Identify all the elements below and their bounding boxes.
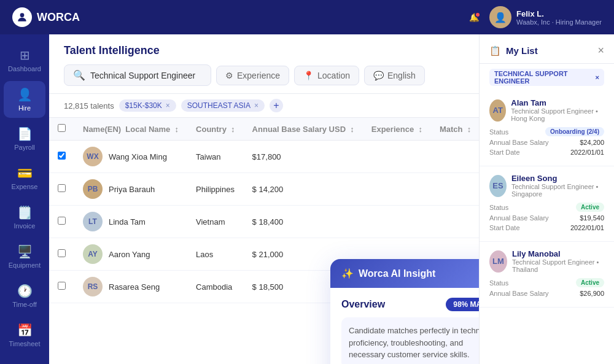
rp-avatar: LM xyxy=(489,250,507,273)
avatar-initials: PB xyxy=(88,185,98,193)
sidebar-label-invoice: Invoice xyxy=(14,222,36,230)
rp-date-row: Start Date 2022/01/01 xyxy=(489,149,604,156)
rp-salary-value: $24,200 xyxy=(580,139,604,146)
add-tag-button[interactable]: + xyxy=(270,99,283,112)
row-experience xyxy=(363,173,431,206)
payroll-icon: 📄 xyxy=(17,126,33,141)
talent-count: 12,815 talents xyxy=(64,101,114,110)
hire-icon: 👤 xyxy=(17,87,33,102)
row-checkbox-cell xyxy=(49,206,74,238)
avatar-cell: AY Aaron Yang xyxy=(83,244,179,264)
select-all-checkbox[interactable] xyxy=(58,124,66,132)
english-filter-label: English xyxy=(387,71,416,80)
rp-salary-label: Annual Base Salary xyxy=(489,139,549,146)
salary-tag-label: $15K-$30K xyxy=(125,101,162,110)
sidebar-label-timesheet: Timesheet xyxy=(9,340,41,347)
logo-text: WORCA xyxy=(37,11,80,24)
experience-filter-label: Experience xyxy=(237,71,280,80)
row-salary: $17,800 xyxy=(244,141,363,173)
language-icon: 💬 xyxy=(373,71,384,80)
experience-filter-button[interactable]: ⚙ Experience xyxy=(216,66,289,85)
avatar-initials: RS xyxy=(88,282,98,291)
rp-status-label: Status xyxy=(489,279,508,287)
rp-person-header: ES Eileen Song Technical Support Enginee… xyxy=(489,174,604,198)
sidebar-label-timeoff: Time-off xyxy=(12,301,37,308)
row-checkbox-1[interactable] xyxy=(58,184,66,192)
row-name: Linda Tam xyxy=(109,217,146,227)
rp-avatar: ES xyxy=(489,175,507,197)
rp-salary-value: $19,540 xyxy=(580,214,604,222)
row-checkbox-2[interactable] xyxy=(58,217,66,225)
avatar-initials: WX xyxy=(87,152,98,161)
sidebar-item-payroll[interactable]: 📄 Payroll xyxy=(4,120,45,157)
salary-tag[interactable]: $15K-$30K × xyxy=(119,99,176,112)
tags-row: 12,815 talents $15K-$30K × SOUTHEAST ASI… xyxy=(49,94,479,118)
row-avatar: RS xyxy=(83,277,103,296)
row-match xyxy=(431,141,479,173)
notification-button[interactable]: 🔔 xyxy=(469,13,480,22)
main-layout: ⊞ Dashboard 👤 Hire 📄 Payroll 💳 Expense 🗒… xyxy=(0,34,614,364)
rp-salary-label: Annual Base Salary xyxy=(489,214,549,222)
search-input[interactable] xyxy=(90,71,202,80)
match-badge: 98% MATCH xyxy=(446,298,479,311)
row-salary: $ 18,400 xyxy=(244,206,363,238)
rp-avatar: AT xyxy=(489,99,506,122)
location-filter-button[interactable]: 📍 Location xyxy=(294,66,359,85)
row-checkbox-cell xyxy=(49,173,74,206)
rp-status-badge: Active xyxy=(576,203,604,212)
col-name: Name(EN) Local Name ↕ xyxy=(74,118,187,141)
dashboard-icon: ⊞ xyxy=(20,48,30,63)
col-country: Country ↕ xyxy=(187,118,244,141)
content-area: Talent Intelligence 🔍 ⚙ Experience 📍 Loc… xyxy=(49,34,614,364)
top-nav: WORCA 🔔 👤 Felix L. Waabx, Inc · Hiring M… xyxy=(0,0,614,34)
rp-status-row: Status Active xyxy=(489,278,604,287)
sidebar-item-timeoff[interactable]: 🕐 Time-off xyxy=(4,277,45,314)
row-name-cell: LT Linda Tam xyxy=(74,206,187,238)
main-panel: Talent Intelligence 🔍 ⚙ Experience 📍 Loc… xyxy=(49,34,479,364)
ai-sparkle-icon: ✨ xyxy=(341,268,354,279)
my-list-panel: 📋 My List × TECHNICAL SUPPORT ENGINEER ×… xyxy=(479,34,614,364)
sidebar-item-timesheet[interactable]: 📅 Timesheet xyxy=(4,317,45,354)
sliders-icon: ⚙ xyxy=(225,71,233,80)
avatar-cell: RS Rasarea Seng xyxy=(83,277,179,296)
my-list-header: 📋 My List × xyxy=(480,34,614,64)
user-name: Felix L. xyxy=(516,9,602,18)
svg-point-0 xyxy=(20,13,25,17)
row-country: Philippines xyxy=(187,173,244,206)
sidebar-label-equipment: Equipment xyxy=(9,261,41,269)
sidebar: ⊞ Dashboard 👤 Hire 📄 Payroll 💳 Expense 🗒… xyxy=(0,34,49,364)
search-input-wrap: 🔍 xyxy=(64,64,211,86)
row-name: Priya Barauh xyxy=(109,185,155,194)
rp-person-info: Lily Manobal Technical Support Engineer … xyxy=(512,249,604,273)
row-checkbox-3[interactable] xyxy=(58,249,66,257)
candidates-table-wrap: Name(EN) Local Name ↕ Country ↕ Annual B… xyxy=(49,118,479,364)
my-list-title: 📋 My List xyxy=(489,45,538,56)
sidebar-item-expense[interactable]: 💳 Expense xyxy=(4,160,45,196)
row-checkbox-cell xyxy=(49,238,74,271)
english-filter-button[interactable]: 💬 English xyxy=(364,66,425,85)
row-checkbox-4[interactable] xyxy=(58,282,66,290)
expense-icon: 💳 xyxy=(17,166,33,180)
sidebar-item-dashboard[interactable]: ⊞ Dashboard xyxy=(4,42,45,79)
sidebar-item-equipment[interactable]: 🖥️ Equipment xyxy=(4,238,45,275)
list-icon: 📋 xyxy=(489,45,501,56)
row-name: Wang Xioa Ming xyxy=(109,152,167,161)
row-checkbox-0[interactable] xyxy=(58,152,66,160)
sidebar-item-hire[interactable]: 👤 Hire xyxy=(4,81,45,118)
filter-tag-close[interactable]: × xyxy=(596,74,599,81)
my-list-close-button[interactable]: × xyxy=(597,44,604,57)
user-info: 👤 Felix L. Waabx, Inc · Hiring Manager xyxy=(489,6,602,28)
region-tag-close[interactable]: × xyxy=(254,101,258,110)
rp-person-info: Eileen Song Technical Support Engineer •… xyxy=(511,174,604,198)
sidebar-item-invoice[interactable]: 🗒️ Invoice xyxy=(4,199,45,236)
sidebar-label-dashboard: Dashboard xyxy=(8,65,41,72)
col-experience: Experience ↕ xyxy=(363,118,431,141)
avatar-initials: AY xyxy=(88,250,98,258)
invoice-icon: 🗒️ xyxy=(17,205,33,220)
salary-tag-close[interactable]: × xyxy=(166,101,170,110)
overview-label: Overview xyxy=(341,299,385,310)
ai-popup-header: ✨ Worca AI Insight xyxy=(330,259,479,288)
rp-date-label: Start Date xyxy=(489,149,520,156)
rp-status-badge: Onboarding (2/4) xyxy=(545,127,604,136)
region-tag[interactable]: SOUTHEAST ASIA × xyxy=(181,99,265,112)
